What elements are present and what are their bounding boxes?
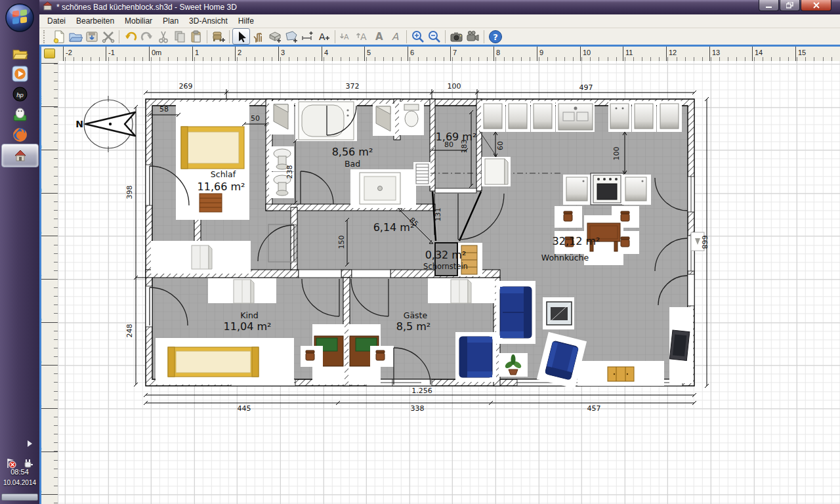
sofa[interactable] (459, 337, 492, 377)
kitchen-cabinet[interactable] (534, 104, 552, 129)
refrigerator[interactable] (485, 159, 508, 184)
washing-machine[interactable] (566, 177, 587, 201)
single-bed[interactable] (168, 347, 259, 377)
taskbar-active-sweet-home-3d[interactable] (1, 144, 39, 167)
bathtub[interactable] (299, 102, 354, 140)
door-gap[interactable] (299, 270, 341, 278)
preferences-icon[interactable] (100, 29, 116, 44)
bold-icon[interactable]: A (371, 29, 387, 44)
save-icon[interactable] (83, 29, 100, 44)
sideboard[interactable] (608, 367, 634, 381)
dim-label[interactable]: 60 (496, 141, 505, 150)
minimize-button[interactable] (759, 0, 779, 11)
room-area[interactable]: 11,66 m² (198, 180, 245, 193)
chest[interactable] (200, 194, 222, 212)
add-text-tool[interactable]: A (316, 29, 332, 44)
green-app-icon[interactable] (12, 106, 28, 123)
create-walls-tool[interactable] (266, 29, 283, 44)
restore-button[interactable] (780, 0, 800, 11)
menu-plan[interactable]: Plan (158, 15, 184, 27)
dim-label[interactable]: 457 (587, 404, 601, 413)
toilet[interactable] (404, 104, 419, 127)
room-name[interactable]: Schornstein (423, 262, 468, 271)
taskbar-date[interactable]: 10.04.2014 (0, 479, 39, 486)
wall-169-right[interactable] (476, 99, 482, 191)
dim-label[interactable]: 131 (434, 208, 442, 222)
help-icon[interactable]: ? (487, 29, 503, 44)
explorer-icon[interactable] (12, 46, 28, 62)
room-name[interactable]: Wohnküche (541, 253, 589, 262)
wall-169-left[interactable] (430, 99, 435, 191)
plan-canvas[interactable]: N (58, 61, 840, 504)
open-icon[interactable] (67, 29, 83, 44)
redo-icon[interactable] (138, 29, 155, 44)
dim-label[interactable]: 58 (159, 105, 169, 114)
dim-label[interactable]: 445 (238, 404, 251, 413)
washing-machine[interactable] (625, 177, 646, 201)
sofa[interactable] (500, 287, 532, 338)
chair[interactable] (621, 211, 629, 221)
door-gap[interactable] (435, 188, 476, 193)
select-tool[interactable] (232, 28, 250, 45)
chair[interactable] (376, 350, 385, 360)
pan-tool[interactable] (250, 29, 266, 44)
add-furniture-icon[interactable] (210, 29, 226, 44)
room-name[interactable]: Bad (345, 159, 360, 169)
chair[interactable] (621, 237, 629, 247)
hp-icon[interactable]: hp (12, 86, 28, 102)
dim-label[interactable]: 150 (337, 236, 346, 249)
wall-middle-b[interactable] (341, 270, 352, 278)
dim-label[interactable]: 1.256 (411, 387, 432, 395)
dim-label[interactable]: 100 (448, 82, 461, 91)
kitchen-cabinet[interactable] (635, 104, 653, 129)
room-area[interactable]: 32,12 m² (553, 235, 600, 247)
menu-3d-ansicht[interactable]: 3D-Ansicht (184, 15, 233, 27)
firefox-icon[interactable] (12, 127, 28, 143)
room-name[interactable]: Kind (240, 310, 259, 320)
dim-label[interactable]: 269 (179, 82, 193, 91)
italic-icon[interactable]: A (387, 29, 404, 44)
room-name[interactable]: Schlaf (211, 169, 236, 179)
undo-icon[interactable] (122, 29, 138, 44)
tv[interactable] (669, 330, 689, 360)
chair[interactable] (306, 350, 314, 360)
menu-datei[interactable]: Datei (42, 15, 71, 27)
room-area[interactable]: 8,56 m² (332, 146, 373, 158)
create-video-icon[interactable] (465, 29, 481, 44)
taskbar-clock[interactable]: 08:54 (0, 468, 39, 476)
toolbar-handle[interactable] (43, 30, 47, 43)
coffee-table[interactable] (547, 302, 572, 325)
room-area[interactable]: 6,14 m² (373, 221, 415, 234)
kitchen-row[interactable] (481, 101, 682, 132)
zoom-out-icon[interactable] (426, 29, 442, 44)
room-area[interactable]: 11,04 m² (224, 320, 272, 333)
door-gap[interactable] (688, 274, 694, 306)
app-icon[interactable] (43, 1, 52, 13)
show-desktop-button[interactable] (1, 494, 38, 501)
dim-label[interactable]: 497 (579, 83, 593, 92)
menu-bearbeiten[interactable]: Bearbeiten (71, 15, 119, 27)
start-button[interactable] (4, 2, 35, 33)
door-gap[interactable] (146, 165, 152, 205)
room-area[interactable]: 1,69 m² (436, 131, 477, 143)
kitchen-cabinet[interactable] (509, 104, 527, 129)
dim-label[interactable]: 372 (346, 82, 360, 91)
towel-radiator[interactable] (416, 164, 429, 184)
increase-text-size-icon[interactable]: A (354, 29, 371, 44)
wardrobe[interactable] (234, 280, 254, 303)
dim-label[interactable]: 238 (285, 165, 294, 179)
chair[interactable] (564, 211, 572, 221)
stove[interactable] (593, 175, 621, 203)
door-gap[interactable] (352, 270, 390, 278)
copy-icon[interactable] (171, 29, 188, 44)
room-area[interactable]: 0,32 m² (425, 249, 467, 261)
menu-mobiliar[interactable]: Mobiliar (119, 15, 158, 27)
double-bed[interactable] (181, 127, 244, 169)
menu-hilfe[interactable]: Hilfe (233, 15, 259, 27)
dim-label[interactable]: 50 (251, 114, 260, 123)
dim-label[interactable]: 398 (125, 186, 134, 200)
cut-icon[interactable] (155, 29, 171, 44)
create-photo-icon[interactable] (448, 29, 465, 44)
create-dimensions-tool[interactable] (299, 29, 316, 44)
kitchen-cabinet[interactable] (660, 104, 679, 129)
